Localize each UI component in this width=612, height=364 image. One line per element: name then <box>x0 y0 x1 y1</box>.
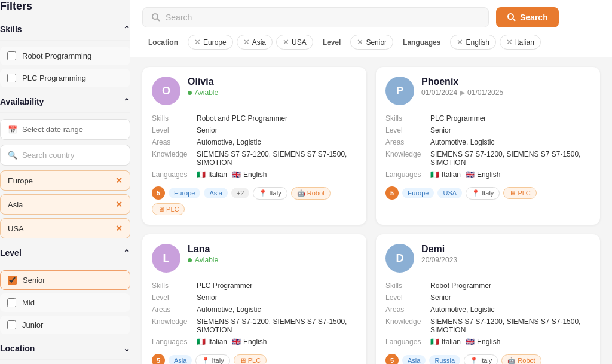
level-filter-label: Level <box>317 36 347 49</box>
skill-robot-checkbox[interactable] <box>7 51 16 60</box>
card-name: Demi <box>421 244 457 255</box>
skill-plc-programming[interactable]: PLC Programming <box>0 69 130 87</box>
location-header[interactable]: Location ⌄ <box>0 344 130 360</box>
card-date: 20/09/2023 <box>421 256 457 264</box>
language-name: English <box>243 170 267 179</box>
card-footer: 5 EuropeAsia+2📍 Italy🤖 Robot🖥 PLC <box>152 186 357 215</box>
remove-senior-btn[interactable]: ✕ <box>357 38 363 47</box>
asia-tag-label: Asia <box>252 38 266 47</box>
region-asia-filter[interactable]: Asia ✕ <box>0 194 130 215</box>
remove-asia-icon[interactable]: ✕ <box>115 200 123 209</box>
card-status: Aviable <box>188 256 218 264</box>
card-details: Skills PLC Programmer Level Senior Areas… <box>385 112 590 181</box>
languages-row: Languages 🇮🇹 Italian 🇬🇧 English <box>385 169 590 181</box>
date-range-button[interactable]: 📅 Select date range <box>0 119 130 140</box>
filter-usa[interactable]: ✕ USA <box>276 35 313 50</box>
language-item: 🇮🇹 Italian <box>430 338 461 346</box>
italian-tag-label: Italian <box>515 38 534 47</box>
language-name: Italian <box>208 338 227 346</box>
avatar-initials: L <box>152 244 180 273</box>
areas-key: Areas <box>385 136 430 148</box>
level-junior-checkbox[interactable] <box>7 320 16 329</box>
card-demi[interactable]: D Demi 20/09/2023 Skills Robot Programme… <box>376 234 600 364</box>
flag-icon: 🇬🇧 <box>466 338 475 346</box>
level-junior[interactable]: Junior <box>0 316 130 334</box>
filter-italian[interactable]: ✕ Italian <box>500 35 541 50</box>
remove-italian-btn[interactable]: ✕ <box>506 38 513 47</box>
senior-tag-label: Senior <box>366 38 387 47</box>
card-name: Lana <box>188 244 218 255</box>
search-button[interactable]: Search <box>496 7 559 27</box>
languages-flags: 🇮🇹 Italian 🇬🇧 English <box>197 338 357 346</box>
filter-asia[interactable]: ✕ Asia <box>237 35 273 50</box>
region-europe-filter[interactable]: Europe ✕ <box>0 170 130 191</box>
level-row: Level Senior <box>152 292 357 304</box>
skills-value: Robot Programmer <box>430 280 590 292</box>
areas-key: Areas <box>385 304 430 316</box>
level-mid-checkbox[interactable] <box>7 298 16 307</box>
remove-usa-icon[interactable]: ✕ <box>115 224 123 233</box>
search-input[interactable] <box>166 13 480 22</box>
search-country-input[interactable] <box>22 151 123 160</box>
footer-tag: Europe <box>169 188 200 198</box>
skill-plc-checkbox[interactable] <box>7 74 16 82</box>
search-button-icon <box>507 13 516 22</box>
card-footer: 5 Asia📍 Italy🖥 PLC <box>152 354 357 364</box>
skills-row: Skills PLC Programmer <box>385 112 590 124</box>
main-content: Search Location ✕ Europe ✕ Asia ✕ USA Le… <box>130 0 612 364</box>
language-name: Italian <box>208 170 227 179</box>
avatar-initials: O <box>152 77 180 105</box>
search-country-container[interactable]: 🔍 <box>0 145 130 166</box>
search-box[interactable] <box>142 7 489 27</box>
languages-value: 🇮🇹 Italian 🇬🇧 English <box>197 169 357 181</box>
languages-value: 🇮🇹 Italian 🇬🇧 English <box>430 169 590 181</box>
filter-english[interactable]: ✕ English <box>450 35 495 50</box>
level-row: Level Senior <box>385 292 590 304</box>
remove-europe-btn[interactable]: ✕ <box>194 38 201 47</box>
language-name: English <box>243 338 267 346</box>
card-info: Lana Aviable <box>188 244 218 264</box>
availability-header[interactable]: Availability ⌃ <box>0 97 130 113</box>
level-header[interactable]: Level ⌃ <box>0 248 130 264</box>
svg-point-0 <box>152 14 158 19</box>
level-mid-label: Mid <box>22 298 35 307</box>
footer-tag: 📍 Italy <box>466 187 500 200</box>
availability-label: Availability <box>0 97 44 106</box>
knowledge-key: Knowledge <box>385 316 430 336</box>
level-label: Level <box>0 248 22 258</box>
region-usa-filter[interactable]: USA ✕ <box>0 218 130 238</box>
level-senior-checkbox[interactable] <box>8 276 17 285</box>
card-details: Skills Robot and PLC Programmer Level Se… <box>152 112 357 181</box>
footer-tag: Europe <box>402 188 434 198</box>
level-chevron-icon: ⌃ <box>123 248 130 258</box>
remove-asia-btn[interactable]: ✕ <box>243 38 250 47</box>
areas-value: Automotive, Logistic <box>430 304 590 316</box>
card-lana[interactable]: L Lana Aviable Skills PLC Programmer Lev… <box>142 234 366 364</box>
card-phoenix[interactable]: P Phoenix 01/01/2024 ▶ 01/01/2025 Skills… <box>376 67 600 225</box>
skills-row: Skills Robot and PLC Programmer <box>152 112 357 124</box>
date-start: 20/09/2023 <box>421 256 457 264</box>
areas-key: Areas <box>152 304 197 316</box>
languages-flags: 🇮🇹 Italian 🇬🇧 English <box>430 170 590 179</box>
skill-robot-programming[interactable]: Robot Programming <box>0 47 130 65</box>
level-mid[interactable]: Mid <box>0 293 130 312</box>
level-senior[interactable]: Senior <box>0 270 130 290</box>
languages-row: Languages 🇮🇹 Italian 🇬🇧 English <box>152 169 357 181</box>
card-olivia[interactable]: O Olivia Aviable Skills Robot and PLC Pr… <box>142 67 366 225</box>
avatar: O <box>152 77 180 105</box>
cards-grid: O Olivia Aviable Skills Robot and PLC Pr… <box>130 57 612 364</box>
score-badge: 5 <box>152 354 165 364</box>
usa-tag-label: USA <box>292 38 307 47</box>
footer-tag: +2 <box>231 188 250 198</box>
card-status: Aviable <box>188 88 218 97</box>
areas-key: Areas <box>152 136 197 148</box>
filter-europe[interactable]: ✕ Europe <box>188 35 233 50</box>
remove-english-btn[interactable]: ✕ <box>457 38 463 47</box>
remove-usa-btn[interactable]: ✕ <box>283 38 289 47</box>
areas-row: Areas Automotive, Logistic <box>385 304 590 316</box>
avatar-initials: D <box>385 244 414 273</box>
remove-europe-icon[interactable]: ✕ <box>115 176 123 185</box>
filter-senior[interactable]: ✕ Senior <box>350 35 393 50</box>
skills-header[interactable]: Skills ⌃ <box>0 25 130 41</box>
level-value: Senior <box>430 124 590 136</box>
